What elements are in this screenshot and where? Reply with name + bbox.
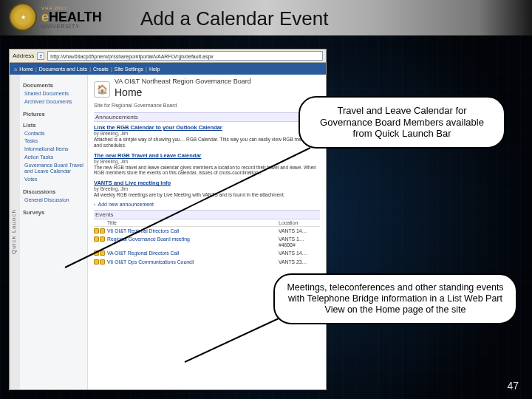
callout-events: Meetings, teleconferences and other stan… bbox=[273, 273, 517, 324]
callout-pointer-2 bbox=[0, 0, 532, 399]
slide-number: 47 bbox=[507, 380, 519, 392]
